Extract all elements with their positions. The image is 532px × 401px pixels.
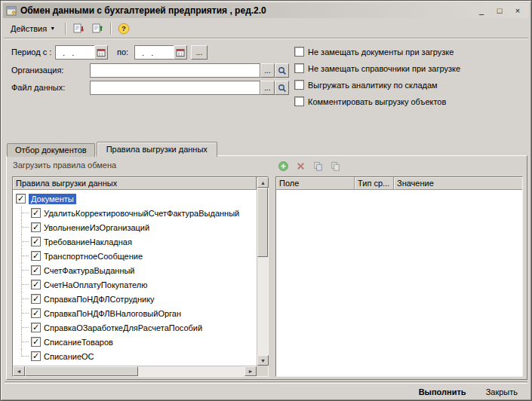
paste-button[interactable] (328, 158, 343, 173)
column-header-value[interactable]: Значение (394, 177, 522, 189)
checkbox-checked-icon[interactable]: ✓ (31, 351, 41, 361)
tree-item-label[interactable]: ТребованиеНакладная (44, 237, 132, 246)
tree-item-label[interactable]: ТранспортноеСообщение (44, 252, 143, 261)
checkbox-checked-icon[interactable]: ✓ (31, 265, 41, 275)
tree-item-label[interactable]: СправкаОЗаработкеДляРасчетаПособий (44, 323, 202, 332)
tab-strip: Отбор документов Правила выгрузки данных (7, 141, 219, 156)
data-file-label: Файл данных: (11, 81, 65, 95)
checkbox-checked-icon[interactable]: ✓ (31, 308, 41, 318)
column-header-comparison-type[interactable]: Тип ср... (355, 177, 394, 189)
option-no-replace-documents: Не замещать документы при загрузке (294, 46, 454, 57)
actions-menu-button[interactable]: Действия ▼ (5, 21, 60, 36)
period-to-calendar-button[interactable] (174, 45, 187, 60)
column-header-field[interactable]: Поле (276, 177, 355, 189)
execute-button[interactable]: Выполнить (411, 385, 474, 399)
tree-item-label[interactable]: СчетФактураВыданный (44, 266, 135, 275)
tree-item-label[interactable]: СписаниеТоваров (44, 338, 113, 347)
data-file-open-button[interactable] (275, 81, 289, 95)
tree-item[interactable]: ✓ СчетНаОплатуПокупателю (13, 277, 257, 292)
data-file-choose-button[interactable]: ... (260, 81, 275, 95)
checkbox-checked-icon[interactable]: ✓ (31, 208, 41, 218)
organization-open-button[interactable] (275, 63, 289, 78)
vertical-scrollbar-track[interactable] (257, 257, 268, 355)
tree-item-label[interactable]: УдалитьКорректировочныйСчетФактураВыданн… (44, 209, 239, 218)
period-label: Период с : (11, 45, 51, 60)
organization-input[interactable] (90, 63, 260, 78)
horizontal-scrollbar-track[interactable] (138, 366, 244, 376)
close-form-button[interactable]: Закрыть (478, 385, 525, 399)
table-body-empty[interactable] (276, 190, 522, 376)
checkbox-checked-icon[interactable]: ✓ (31, 280, 41, 289)
option-label[interactable]: Не замещать справочники при загрузке (308, 64, 460, 73)
option-label[interactable]: Комментировать выгрузку объектов (308, 97, 446, 106)
tree-item-label[interactable]: СправкаПоНДФЛВНалоговыйОрган (44, 309, 181, 318)
scroll-left-icon[interactable]: ◄ (13, 366, 25, 376)
save-settings-button[interactable] (89, 21, 106, 36)
help-button[interactable]: ? (115, 21, 132, 36)
tree-item-label[interactable]: УвольнениеИзОрганизаций (44, 223, 149, 232)
app-icon (6, 5, 17, 16)
data-file-input[interactable] (90, 81, 260, 95)
filter-toolbar (275, 158, 343, 173)
horizontal-scrollbar-thumb[interactable] (25, 366, 138, 376)
tree-item-label[interactable]: СчетНаОплатуПокупателю (44, 280, 148, 289)
tree-item[interactable]: ✓ СправкаПоНДФЛВНалоговыйОрган (13, 306, 257, 320)
option-export-warehouse-analytics: Выгружать аналитику по складам (294, 79, 438, 90)
tree-item-label[interactable]: Документы (29, 194, 76, 204)
tree-item-label[interactable]: СписаниеОС (44, 352, 94, 361)
tree-item[interactable]: ✓ УдалитьКорректировочныйСчетФактураВыда… (13, 206, 257, 220)
load-exchange-rules-button[interactable]: Загрузить правила обмена (13, 161, 116, 170)
vertical-scrollbar[interactable]: ▲ ▼ (257, 177, 268, 366)
tab-export-rules[interactable]: Правила выгрузки данных (97, 142, 217, 157)
add-icon (278, 161, 289, 172)
tab-document-selection[interactable]: Отбор документов (7, 143, 95, 157)
checkbox-checked-icon[interactable]: ✓ (16, 194, 26, 204)
tree-item[interactable]: ✓ ТребованиеНакладная (13, 234, 257, 249)
tree-item[interactable]: ✓ СписаниеОС (13, 349, 257, 363)
checkbox-unchecked-icon[interactable] (294, 63, 304, 73)
checkbox-checked-icon[interactable]: ✓ (31, 294, 41, 304)
load-settings-button[interactable] (70, 21, 87, 36)
checkbox-checked-icon[interactable]: ✓ (31, 237, 41, 246)
add-button[interactable] (275, 158, 291, 173)
actions-menu-label: Действия (11, 24, 47, 33)
tree-item-documents[interactable]: ✓ Документы (13, 191, 257, 206)
option-label[interactable]: Выгружать аналитику по складам (308, 81, 438, 90)
period-to-input[interactable] (134, 45, 174, 60)
tree-item[interactable]: ✓ ТранспортноеСообщение (13, 249, 257, 263)
close-button[interactable]: × (511, 5, 524, 17)
checkbox-checked-icon[interactable]: ✓ (31, 251, 41, 261)
tree-item[interactable]: ✓ СправкаПоНДФЛСотруднику (13, 292, 257, 306)
scroll-right-icon[interactable]: ► (244, 366, 257, 376)
checkbox-unchecked-icon[interactable] (294, 80, 304, 90)
vertical-scrollbar-thumb[interactable] (257, 188, 268, 257)
period-from-input[interactable] (55, 45, 94, 60)
tree-item[interactable]: ✓ УвольнениеИзОрганизаций (13, 220, 257, 234)
organization-choose-button[interactable]: ... (260, 63, 275, 78)
maximize-button[interactable]: □ (493, 5, 506, 17)
tree-item[interactable]: ✓ СчетФактураВыданный (13, 263, 257, 277)
minimize-button[interactable]: _ (475, 5, 488, 17)
copy-button[interactable] (310, 158, 325, 173)
period-more-button[interactable]: ... (191, 45, 208, 60)
checkbox-unchecked-icon[interactable] (294, 47, 304, 57)
option-label[interactable]: Не замещать документы при загрузке (308, 47, 454, 57)
filter-fields-table: Поле Тип ср... Значение (275, 176, 523, 377)
tree-item[interactable]: ✓ СправкаОЗаработкеДляРасчетаПособий (13, 320, 257, 335)
period-to-label: по: (117, 45, 128, 60)
footer-buttons: Выполнить Закрыть (411, 384, 525, 399)
checkbox-checked-icon[interactable]: ✓ (31, 323, 41, 332)
period-from-calendar-button[interactable] (94, 45, 108, 60)
checkbox-checked-icon[interactable]: ✓ (31, 222, 41, 232)
horizontal-scrollbar[interactable]: ◄ ► (13, 366, 257, 376)
tree-item[interactable]: ✓ СписаниеТоваров (13, 335, 257, 349)
checkbox-unchecked-icon[interactable] (294, 96, 304, 106)
scrollbar-corner (257, 366, 268, 376)
scroll-down-icon[interactable]: ▼ (257, 355, 269, 366)
delete-button[interactable] (293, 158, 308, 173)
tree-item-label[interactable]: СправкаПоНДФЛСотруднику (44, 295, 155, 304)
checkbox-checked-icon[interactable]: ✓ (31, 337, 41, 347)
export-rules-panel: Загрузить правила обмена (6, 155, 527, 380)
minimize-icon: _ (479, 6, 484, 15)
scroll-up-icon[interactable]: ▲ (257, 177, 269, 188)
